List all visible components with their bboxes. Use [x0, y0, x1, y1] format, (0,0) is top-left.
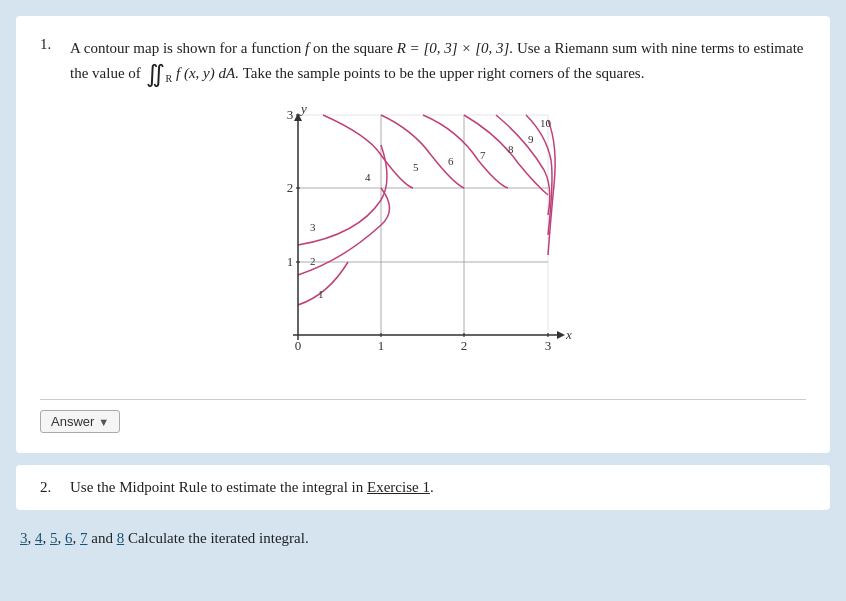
problem2-text: Use the Midpoint Rule to estimate the in…: [70, 479, 363, 495]
answer-arrow: ▼: [98, 416, 109, 428]
svg-text:3: 3: [310, 221, 316, 233]
link-4[interactable]: 4: [35, 530, 43, 546]
svg-marker-8: [557, 331, 565, 339]
problem1-text-on-square: on the square: [313, 40, 393, 56]
problem1-number-row: 1. A contour map is shown for a function…: [40, 36, 806, 87]
link-8[interactable]: 8: [117, 530, 125, 546]
problem2-period: .: [430, 479, 434, 495]
problem1-text-before: A contour map is shown for a function: [70, 40, 301, 56]
exercise1-link[interactable]: Exercise 1: [367, 479, 430, 495]
svg-text:2: 2: [287, 180, 294, 195]
answer-section: Answer ▼: [40, 399, 806, 433]
link-5[interactable]: 5: [50, 530, 58, 546]
answer-button[interactable]: Answer ▼: [40, 410, 120, 433]
svg-text:5: 5: [413, 161, 419, 173]
contour-chart-svg: 0 1 2 3 1 2 3 x y 1 2 3 4 5 6 7 8 9 10: [268, 105, 578, 385]
integrand: f (x, y) dA.: [176, 65, 243, 81]
double-integral-symbol: ∬: [146, 61, 165, 87]
problem1-text-sample: Take the sample points to be the upper r…: [243, 65, 645, 81]
answer-button-label: Answer: [51, 414, 94, 429]
link-3[interactable]: 3: [20, 530, 28, 546]
svg-text:y: y: [299, 105, 307, 116]
svg-text:x: x: [565, 327, 572, 342]
svg-text:10: 10: [540, 117, 552, 129]
problem2-text-block: Use the Midpoint Rule to estimate the in…: [70, 479, 434, 496]
svg-text:1: 1: [287, 254, 294, 269]
problem1-text: A contour map is shown for a function f …: [70, 36, 806, 87]
problem2-number: 2.: [40, 479, 62, 496]
bottom-links: 3, 4, 5, 6, 7 and 8 Calculate the iterat…: [16, 522, 830, 555]
contour-chart-container: 0 1 2 3 1 2 3 x y 1 2 3 4 5 6 7 8 9 10: [40, 105, 806, 385]
svg-text:1: 1: [378, 338, 385, 353]
calculate-text: Calculate the iterated integral.: [128, 530, 309, 546]
svg-text:4: 4: [365, 171, 371, 183]
svg-text:9: 9: [528, 133, 534, 145]
svg-text:3: 3: [287, 107, 294, 122]
svg-text:0: 0: [295, 338, 302, 353]
svg-text:2: 2: [310, 255, 316, 267]
problem2-card: 2. Use the Midpoint Rule to estimate the…: [16, 465, 830, 510]
and-text: and: [91, 530, 113, 546]
link-7[interactable]: 7: [80, 530, 88, 546]
integral-subscript: R: [166, 73, 173, 84]
svg-text:7: 7: [480, 149, 486, 161]
svg-text:2: 2: [461, 338, 468, 353]
svg-text:8: 8: [508, 143, 514, 155]
problem1-card: 1. A contour map is shown for a function…: [16, 16, 830, 453]
link-6[interactable]: 6: [65, 530, 73, 546]
svg-text:1: 1: [318, 288, 324, 300]
svg-text:6: 6: [448, 155, 454, 167]
R-def: R = [0, 3] × [0, 3].: [397, 40, 517, 56]
svg-text:3: 3: [545, 338, 552, 353]
f-var: f: [305, 40, 309, 56]
problem1-number: 1.: [40, 36, 62, 53]
problem2-number-row: 2. Use the Midpoint Rule to estimate the…: [40, 479, 806, 496]
